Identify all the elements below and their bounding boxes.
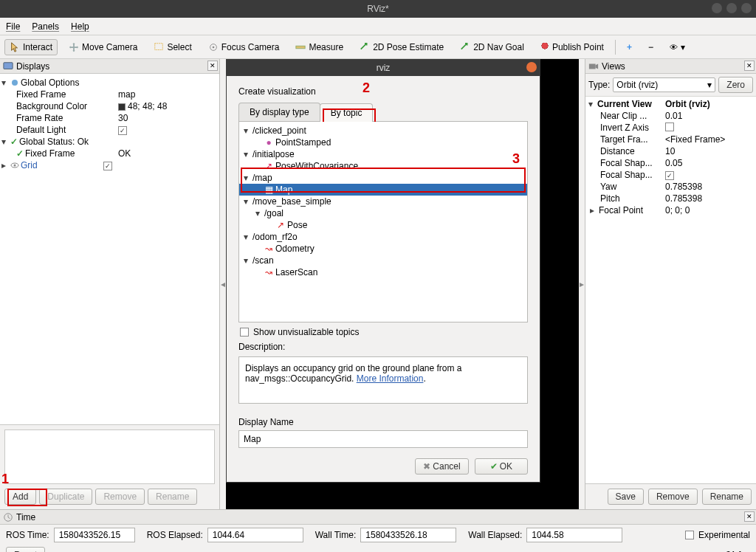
- type-pose[interactable]: Pose: [287, 220, 307, 230]
- topic-goal[interactable]: /goal: [264, 208, 284, 218]
- svg-point-2: [212, 46, 214, 48]
- views-remove-button[interactable]: Remove: [648, 489, 698, 505]
- checkbox-default-light[interactable]: [118, 126, 127, 135]
- display-icon: [3, 61, 13, 72]
- topic-initialpose[interactable]: /initialpose: [252, 149, 295, 159]
- pitch-value[interactable]: 0.785398: [665, 193, 756, 204]
- tree-bg-color[interactable]: Background Color: [16, 101, 118, 111]
- distance-value[interactable]: 10: [665, 146, 756, 156]
- menu-help[interactable]: Help: [71, 21, 89, 32]
- target-frame[interactable]: Target Fra...: [585, 134, 665, 145]
- target-frame-value[interactable]: <Fixed Frame>: [665, 134, 756, 145]
- close-icon[interactable]: ✕: [207, 61, 218, 71]
- pitch[interactable]: Pitch: [585, 193, 665, 204]
- topic-clicked-point[interactable]: /clicked_point: [252, 125, 306, 136]
- focal-shape-fixed[interactable]: Focal Shap...: [585, 170, 665, 180]
- tab-by-topic[interactable]: By topic: [320, 103, 374, 122]
- tree-default-light[interactable]: Default Light: [16, 125, 118, 135]
- rename-button[interactable]: Rename: [148, 489, 197, 505]
- close-icon[interactable]: ✕: [744, 511, 755, 522]
- tree-bg-value[interactable]: 48; 48; 48: [128, 101, 167, 111]
- invert-z[interactable]: Invert Z Axis: [585, 123, 665, 133]
- close-icon[interactable]: [526, 62, 537, 72]
- topic-map[interactable]: /map: [252, 173, 272, 183]
- pose-estimate-label: 2D Pose Estimate: [373, 42, 444, 52]
- remove-button[interactable]: Remove: [95, 489, 145, 505]
- focal-point-value[interactable]: 0; 0; 0: [665, 205, 756, 215]
- more-information-link[interactable]: More Information: [357, 373, 424, 384]
- yaw[interactable]: Yaw: [585, 182, 665, 192]
- type-pointstamped[interactable]: PointStamped: [275, 137, 331, 148]
- maximize-icon[interactable]: [726, 3, 737, 13]
- distance[interactable]: Distance: [585, 146, 665, 156]
- wall-elapsed-label: Wall Elapsed:: [468, 530, 522, 540]
- duplicate-button[interactable]: Duplicate: [39, 489, 92, 505]
- ok-button[interactable]: ✔OK: [475, 458, 528, 475]
- measure-button[interactable]: Measure: [290, 39, 348, 55]
- type-posewithcovariance[interactable]: PoseWithCovariance: [275, 161, 358, 171]
- views-rename-button[interactable]: Rename: [702, 489, 752, 505]
- ros-time-value[interactable]: 1580433526.15: [54, 528, 135, 542]
- tree-frame-rate[interactable]: Frame Rate: [16, 113, 118, 123]
- focal-shape-size[interactable]: Focal Shap...: [585, 158, 665, 168]
- focal-point[interactable]: Focal Point: [599, 205, 643, 215]
- tree-frame-rate-value[interactable]: 30: [118, 113, 219, 123]
- checkbox-invert-z[interactable]: [665, 123, 674, 131]
- wall-time-value[interactable]: 1580433526.18: [360, 528, 456, 542]
- select-button[interactable]: Select: [148, 39, 196, 55]
- type-map[interactable]: Map: [275, 184, 292, 195]
- add-tool-button[interactable]: [622, 39, 637, 55]
- topic-scan[interactable]: /scan: [252, 255, 274, 266]
- topic-move-base-simple[interactable]: /move_base_simple: [252, 196, 331, 207]
- reset-button[interactable]: Reset: [6, 547, 45, 552]
- publish-point-button[interactable]: Publish Point: [535, 39, 609, 55]
- tree-ff-status-value: OK: [118, 148, 219, 159]
- experimental-checkbox[interactable]: [685, 531, 694, 539]
- type-odometry[interactable]: Odometry: [275, 244, 315, 254]
- type-combo[interactable]: Orbit (rviz)▾: [613, 77, 715, 92]
- tab-by-display-type[interactable]: By display type: [238, 103, 320, 121]
- close-icon[interactable]: ✕: [744, 61, 755, 71]
- ros-elapsed-value[interactable]: 1044.64: [207, 528, 303, 542]
- cancel-button[interactable]: ✖Cancel: [415, 458, 468, 475]
- menu-panels[interactable]: Panels: [32, 21, 59, 32]
- focus-camera-button[interactable]: Focus Camera: [203, 39, 285, 55]
- yaw-value[interactable]: 0.785398: [665, 182, 756, 192]
- minimize-icon[interactable]: [712, 3, 722, 13]
- tree-grid[interactable]: Grid: [21, 160, 38, 170]
- tree-fixed-frame[interactable]: Fixed Frame: [16, 89, 118, 100]
- nav-goal-button[interactable]: 2D Nav Goal: [455, 39, 529, 55]
- tree-ff-status[interactable]: Fixed Frame: [25, 148, 75, 159]
- view-tool-button[interactable]: ▾: [664, 39, 690, 55]
- splitter-right[interactable]: ▸: [579, 59, 585, 509]
- displays-tree[interactable]: ▾Global Options Fixed Framemap Backgroun…: [0, 74, 219, 424]
- checkbox-grid[interactable]: [103, 162, 112, 170]
- near-clip-value[interactable]: 0.01: [665, 111, 756, 121]
- add-button[interactable]: Add: [4, 489, 36, 505]
- tree-global-status[interactable]: Global Status: Ok: [19, 137, 89, 147]
- topic-odom-rf2o[interactable]: /odom_rf2o: [252, 232, 298, 242]
- remove-tool-button[interactable]: [643, 39, 659, 55]
- wall-elapsed-value[interactable]: 1044.58: [526, 528, 622, 542]
- show-unvisualizable-checkbox[interactable]: [240, 328, 249, 337]
- checkbox-focal-shape[interactable]: [665, 171, 674, 180]
- current-view[interactable]: Current View: [597, 99, 652, 109]
- tree-global-options[interactable]: Global Options: [21, 77, 79, 88]
- move-camera-button[interactable]: Move Camera: [63, 39, 142, 55]
- pose-estimate-button[interactable]: 2D Pose Estimate: [354, 39, 449, 55]
- focal-shape-size-value[interactable]: 0.05: [665, 158, 756, 168]
- close-icon[interactable]: [741, 3, 752, 13]
- splitter-left[interactable]: ◂: [220, 59, 226, 509]
- viewport[interactable]: rviz Create visualization 2 By display t…: [226, 59, 579, 509]
- annotation-1: 1: [1, 472, 9, 487]
- topic-tree[interactable]: ▾/clicked_point ●PointStamped ▾/initialp…: [238, 122, 528, 322]
- display-name-input[interactable]: [238, 430, 528, 448]
- save-button[interactable]: Save: [608, 489, 644, 505]
- type-laserscan[interactable]: LaserScan: [275, 267, 317, 277]
- views-tree[interactable]: ▾Current ViewOrbit (rviz) Near Clip ...0…: [585, 97, 756, 483]
- menu-file[interactable]: File: [6, 21, 20, 32]
- near-clip[interactable]: Near Clip ...: [585, 111, 665, 121]
- tree-fixed-frame-value[interactable]: map: [118, 89, 219, 100]
- zero-button[interactable]: Zero: [718, 77, 753, 93]
- interact-button[interactable]: Interact: [4, 39, 58, 55]
